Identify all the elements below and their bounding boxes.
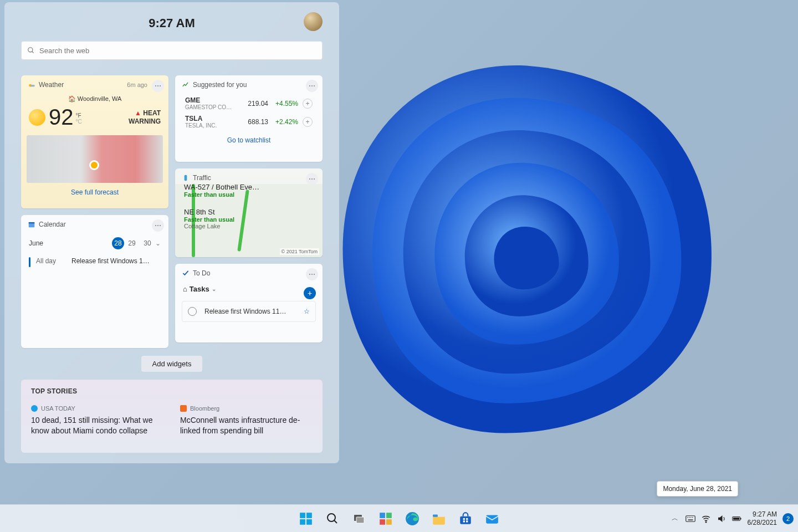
calendar-day[interactable]: 30 [140, 239, 155, 247]
stocks-title: Suggested for you [193, 81, 247, 89]
sun-icon [29, 109, 45, 126]
volume-icon[interactable] [717, 514, 727, 524]
svg-rect-9 [306, 519, 312, 525]
explorer-button[interactable] [428, 508, 450, 530]
svg-rect-25 [486, 515, 498, 523]
taskbar-clock[interactable]: 9:27 AM 6/28/2021 [748, 510, 777, 526]
traffic-route: WA-527 / Bothell Eve… [175, 183, 323, 191]
widgets-panel: 9:27 AM Search the web Weather 6m ago ⋯ … [4, 2, 339, 463]
todo-title: To Do [193, 269, 210, 277]
add-stock-button[interactable]: + [303, 99, 313, 109]
todo-item[interactable]: Release first Windows 11… ☆ [182, 301, 316, 322]
svg-point-31 [692, 517, 693, 518]
news-heading: TOP STORIES [31, 387, 313, 395]
weather-icon [28, 81, 35, 89]
news-story[interactable]: Bloomberg McConnell wants infrastructure… [180, 405, 313, 436]
search-input[interactable]: Search the web [21, 41, 323, 60]
svg-rect-6 [300, 513, 305, 518]
svg-point-10 [328, 514, 335, 521]
traffic-title: Traffic [193, 174, 211, 182]
svg-rect-4 [29, 222, 35, 223]
svg-rect-26 [686, 515, 695, 521]
taskbar: ︿ 9:27 AM 6/28/2021 2 [0, 504, 798, 532]
calendar-event[interactable]: All day Release first Windows 1… [21, 253, 168, 272]
svg-point-28 [687, 517, 688, 518]
calendar-day-selected[interactable]: 28 [112, 237, 124, 249]
svg-line-11 [334, 520, 337, 523]
map-copyright: © 2021 TomTom [280, 248, 320, 255]
search-button[interactable] [321, 508, 344, 530]
weather-temp: 92 [49, 105, 74, 130]
todo-icon [182, 269, 190, 277]
calendar-title: Calendar [39, 221, 66, 228]
svg-rect-17 [386, 519, 392, 525]
mail-button[interactable] [481, 508, 503, 530]
stock-row[interactable]: TSLATESLA, INC. 688.13 +2.42% + [175, 112, 323, 131]
stocks-icon [182, 81, 190, 89]
stocks-widget[interactable]: Suggested for you ⋯ GMEGAMESTOP CO… 219.… [175, 75, 323, 162]
svg-point-33 [705, 521, 707, 523]
svg-rect-7 [306, 513, 312, 518]
add-task-button[interactable]: + [304, 287, 316, 299]
svg-rect-23 [463, 520, 465, 522]
svg-rect-16 [380, 519, 385, 525]
weather-map[interactable] [27, 135, 163, 183]
traffic-status: Faster than usual [175, 216, 323, 223]
search-placeholder: Search the web [39, 47, 89, 55]
watchlist-link[interactable]: Go to watchlist [175, 131, 323, 150]
weather-widget[interactable]: Weather 6m ago ⋯ 🏠 Woodinville, WA 92 °F… [21, 75, 168, 208]
traffic-route: NE 8th St [175, 208, 323, 216]
svg-rect-14 [380, 513, 385, 518]
svg-rect-20 [460, 516, 471, 524]
svg-rect-15 [386, 513, 392, 518]
store-button[interactable] [454, 508, 477, 530]
svg-rect-19 [433, 514, 438, 516]
start-button[interactable] [295, 508, 317, 530]
svg-rect-36 [733, 517, 739, 519]
svg-rect-8 [300, 519, 305, 525]
svg-rect-5 [185, 175, 187, 181]
widgets-button[interactable] [375, 508, 397, 530]
svg-point-30 [690, 517, 692, 518]
traffic-status: Faster than usual [175, 191, 323, 198]
traffic-icon [182, 174, 190, 182]
svg-rect-24 [466, 520, 468, 522]
notification-badge[interactable]: 2 [782, 513, 794, 524]
calendar-day[interactable]: 29 [124, 239, 140, 247]
date-tooltip: Monday, June 28, 2021 [657, 481, 738, 497]
news-story[interactable]: USA TODAY 10 dead, 151 still missing: Wh… [31, 405, 163, 436]
weather-more-button[interactable]: ⋯ [152, 80, 164, 92]
stocks-more-button[interactable]: ⋯ [306, 80, 318, 92]
svg-rect-35 [740, 518, 741, 519]
task-checkbox[interactable] [188, 307, 197, 316]
task-view-button[interactable] [348, 508, 370, 530]
calendar-more-button[interactable]: ⋯ [152, 219, 164, 232]
keyboard-icon[interactable] [686, 514, 695, 524]
weather-location: 🏠 Woodinville, WA [21, 95, 168, 103]
wifi-icon[interactable] [701, 514, 711, 524]
chevron-down-icon[interactable]: ⌄ [155, 239, 161, 247]
edge-button[interactable] [401, 508, 423, 530]
todo-more-button[interactable]: ⋯ [306, 268, 318, 280]
stock-row[interactable]: GMEGAMESTOP CO… 219.04 +4.55% + [175, 94, 323, 112]
traffic-widget[interactable]: Traffic ⋯ WA-527 / Bothell Eve… Faster t… [175, 168, 323, 257]
svg-point-0 [28, 48, 33, 52]
weather-age: 6m ago [127, 81, 147, 88]
forecast-link[interactable]: See full forecast [21, 183, 168, 202]
source-icon [31, 405, 38, 412]
tray-chevron-icon[interactable]: ︿ [670, 514, 680, 524]
add-stock-button[interactable]: + [303, 117, 313, 127]
svg-rect-22 [466, 518, 468, 519]
panel-clock: 9:27 AM [149, 16, 195, 30]
news-section: TOP STORIES USA TODAY 10 dead, 151 still… [21, 380, 323, 453]
battery-icon[interactable] [732, 514, 742, 524]
add-widgets-button[interactable]: Add widgets [141, 356, 202, 372]
user-avatar[interactable] [304, 12, 323, 31]
calendar-widget[interactable]: Calendar ⋯ June 28 29 30 ⌄ All day Relea… [21, 215, 168, 348]
calendar-icon [28, 221, 35, 228]
star-icon[interactable]: ☆ [304, 308, 310, 315]
todo-list-selector[interactable]: ⌂Tasks⌄ [175, 283, 323, 295]
todo-widget[interactable]: To Do ⋯ ⌂Tasks⌄ + Release first Windows … [175, 264, 323, 342]
svg-point-29 [689, 517, 690, 518]
source-icon [180, 405, 187, 412]
